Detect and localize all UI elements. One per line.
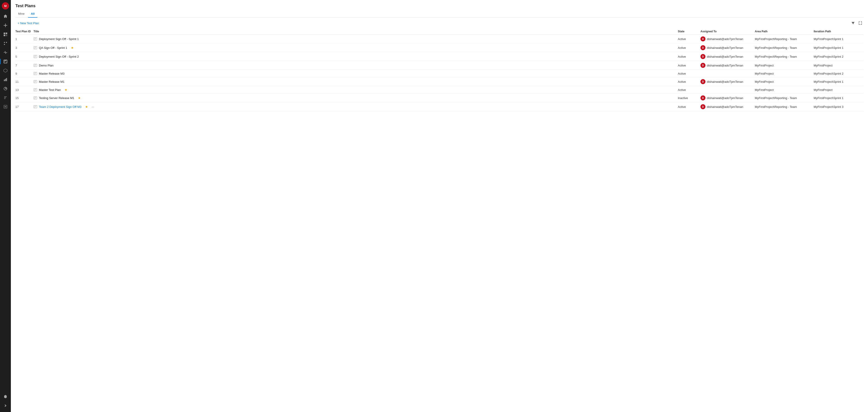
cell-area: MyFirstProject <box>755 70 814 77</box>
cell-iteration: MyFirstProject\Sprint 1 <box>814 43 864 52</box>
filter-button[interactable] <box>850 20 856 26</box>
cell-id: 1 <box>16 35 33 43</box>
nav-boards-icon[interactable] <box>0 30 11 39</box>
cell-iteration: MyFirstProject <box>814 61 864 70</box>
assigned-name: dishainwati@adoTpmTenan <box>707 55 743 58</box>
plan-title-text: Deployment Sign Off - Sprint 2 <box>39 55 79 58</box>
cell-id: 15 <box>16 94 33 102</box>
fullscreen-button[interactable] <box>857 20 864 26</box>
plan-icon <box>33 37 37 41</box>
svg-point-4 <box>4 42 5 43</box>
more-icon[interactable]: ··· <box>92 105 94 108</box>
table-row: 1Deployment Sign Off - Sprint 1ActiveDdi… <box>16 35 864 43</box>
star-icon[interactable]: ★ <box>71 46 74 49</box>
nav-testplans-icon[interactable] <box>0 57 11 66</box>
cell-iteration: MyFirstProject\Sprint 2 <box>814 70 864 77</box>
plan-icon <box>33 88 37 92</box>
assigned-name: dishainwati@adoTpmTenan <box>707 105 743 108</box>
cell-state: Active <box>678 70 701 77</box>
nav-collapse-icon[interactable] <box>0 401 11 410</box>
cell-assigned <box>701 86 755 94</box>
plan-title-text: Demo Plan <box>39 64 54 67</box>
nav-pipelines-icon[interactable] <box>0 48 11 57</box>
page-header: Test Plans Mine All <box>11 0 868 18</box>
tab-bar: Mine All <box>16 11 864 18</box>
table-row: 17Team 2 Deployment Sign Off M3★···Activ… <box>16 102 864 111</box>
main-content: Test Plans Mine All + New Test Plan Test… <box>11 0 868 412</box>
toolbar-right <box>850 20 864 26</box>
nav-settings-icon[interactable] <box>0 392 11 401</box>
star-icon[interactable]: ★ <box>78 96 81 100</box>
cell-iteration: MyFirstProject\Sprint 2 <box>814 52 864 61</box>
cell-title: Testing Server Release M1★ <box>33 94 678 102</box>
cell-title: Deployment Sign Off - Sprint 2 <box>33 52 678 61</box>
cell-iteration: MyFirstProject <box>814 86 864 94</box>
cell-assigned: Ddishainwati@adoTpmTenan <box>701 102 755 111</box>
cell-iteration: MyFirstProject\Sprint 3 <box>814 102 864 111</box>
nav-bottom <box>0 392 11 412</box>
cell-assigned: Ddishainwati@adoTpmTenan <box>701 52 755 61</box>
assigned-name: dishainwati@adoTpmTenan <box>707 80 743 83</box>
col-header-title: Title <box>33 29 678 35</box>
cell-id: 13 <box>16 86 33 94</box>
nav-wiki-icon[interactable] <box>0 102 11 111</box>
table-row: 15Testing Server Release M1★InactiveDdis… <box>16 94 864 102</box>
plan-title-text: Testing Server Release M1 <box>39 96 74 100</box>
avatar: D <box>701 95 706 100</box>
cell-assigned: Ddishainwati@adoTpmTenan <box>701 43 755 52</box>
cell-area: MyFirstProject\Reporting - Team <box>755 52 814 61</box>
new-test-plan-button[interactable]: + New Test Plan <box>16 20 41 26</box>
cell-assigned: Ddishainwati@adoTpmTenan <box>701 94 755 102</box>
nav-analytics-icon[interactable] <box>0 84 11 93</box>
plan-icon <box>33 96 37 100</box>
star-icon[interactable]: ★ <box>64 88 67 92</box>
cell-title: Master Release M3 <box>33 70 678 77</box>
cell-area: MyFirstProject <box>755 86 814 94</box>
cell-assigned: Ddishainwati@adoTpmTenan <box>701 77 755 86</box>
col-header-iteration: Iteration Path <box>814 29 864 35</box>
plan-title-text: Master Test Plan <box>39 88 61 92</box>
col-header-assigned: Assigned To <box>701 29 755 35</box>
cell-area: MyFirstProject <box>755 61 814 70</box>
avatar: D <box>701 54 706 59</box>
assigned-name: dishainwati@adoTpmTenan <box>707 46 743 49</box>
avatar: D <box>701 45 706 50</box>
svg-rect-3 <box>6 35 7 36</box>
plan-icon <box>33 64 37 67</box>
cell-title: QA Sign Off - Sprint 1★ <box>33 43 678 52</box>
cell-area: MyFirstProject\Reporting - Team <box>755 102 814 111</box>
cell-state: Inactive <box>678 94 701 102</box>
nav-reports-icon[interactable] <box>0 75 11 84</box>
cell-id: 5 <box>16 52 33 61</box>
avatar: D <box>701 36 706 41</box>
avatar: D <box>701 63 706 68</box>
cell-title: Deployment Sign Off - Sprint 1 <box>33 35 678 43</box>
plan-icon <box>33 105 37 108</box>
svg-rect-9 <box>6 78 7 81</box>
avatar: D <box>701 79 706 84</box>
plan-title-text: Master Release M1 <box>39 80 64 83</box>
cell-state: Active <box>678 102 701 111</box>
nav-home-icon[interactable] <box>0 12 11 21</box>
col-header-id: Test Plan ID <box>16 29 33 35</box>
cell-id: 7 <box>16 61 33 70</box>
nav-repos-icon[interactable] <box>0 39 11 48</box>
cell-id: 17 <box>16 102 33 111</box>
nav-requests-icon[interactable] <box>0 93 11 102</box>
assigned-name: dishainwati@adoTpmTenan <box>707 64 743 67</box>
svg-rect-1 <box>6 33 7 34</box>
plan-title-link[interactable]: Team 2 Deployment Sign Off M3 <box>39 105 82 108</box>
avatar: D <box>701 104 706 109</box>
plan-icon <box>33 72 37 75</box>
table-container: Test Plan ID Title State Assigned To Are… <box>11 29 868 412</box>
tab-all[interactable]: All <box>28 11 37 18</box>
star-icon[interactable]: ★ <box>85 105 88 108</box>
plan-title-text: QA Sign Off - Sprint 1 <box>39 46 67 49</box>
cell-assigned: Ddishainwati@adoTpmTenan <box>701 35 755 43</box>
tab-mine[interactable]: Mine <box>16 11 27 18</box>
nav-artifacts-icon[interactable] <box>0 66 11 75</box>
cell-state: Active <box>678 77 701 86</box>
cell-id: 11 <box>16 77 33 86</box>
nav-add-icon[interactable] <box>0 21 11 30</box>
user-avatar[interactable]: M <box>2 2 9 9</box>
